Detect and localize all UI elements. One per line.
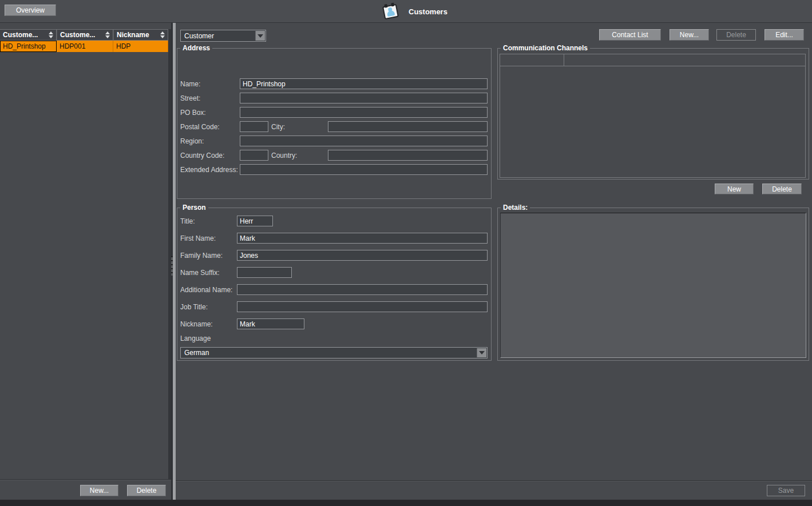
city-label: City: xyxy=(268,123,328,131)
po-box-label: PO Box: xyxy=(180,109,240,117)
delete-customer-button[interactable]: Delete xyxy=(716,29,756,41)
customers-window: Overview Customers Custome... Custome... xyxy=(0,0,812,506)
country-field[interactable] xyxy=(328,150,488,161)
customer-row-selected[interactable]: HD_Printshop HDP001 HDP xyxy=(0,41,168,52)
additional-name-label: Additional Name: xyxy=(180,286,237,294)
record-type-dropdown[interactable]: Customer xyxy=(180,30,266,42)
address-group: Address Name: Street: PO Box: Postal Cod… xyxy=(177,48,492,199)
title-label: Title: xyxy=(180,217,237,225)
contact-list-button[interactable]: Contact List xyxy=(599,29,661,41)
postal-code-label: Postal Code: xyxy=(180,123,240,131)
additional-name-field[interactable] xyxy=(237,284,488,295)
column-header-customer-name[interactable]: Custome... xyxy=(0,30,57,40)
title-area: Customers xyxy=(382,0,447,23)
person-group-title: Person xyxy=(180,204,208,212)
name-suffix-field[interactable] xyxy=(237,267,292,278)
language-label: Language xyxy=(180,334,237,342)
window-bottom-edge xyxy=(0,500,812,506)
region-field[interactable] xyxy=(240,136,488,146)
channel-value-column-header[interactable] xyxy=(564,54,805,66)
communication-channels-table[interactable] xyxy=(500,54,806,178)
country-label: Country: xyxy=(268,152,328,160)
new-list-entry-button[interactable]: New... xyxy=(80,485,118,496)
column-label: Custome... xyxy=(60,31,95,39)
sort-icon xyxy=(160,31,165,38)
family-name-label: Family Name: xyxy=(180,252,237,260)
name-suffix-label: Name Suffix: xyxy=(180,269,237,277)
cell-customer-number[interactable]: HDP001 xyxy=(57,41,113,52)
column-label: Custome... xyxy=(3,31,38,39)
details-group: Details: xyxy=(497,208,809,361)
edit-customer-button[interactable]: Edit... xyxy=(765,29,804,41)
column-header-nickname[interactable]: Nickname xyxy=(113,30,168,40)
splitter-grip-icon[interactable] xyxy=(171,256,173,276)
cell-customer-name[interactable]: HD_Printshop xyxy=(0,41,57,52)
save-button[interactable]: Save xyxy=(767,485,805,496)
customers-badge-icon xyxy=(382,2,399,21)
dropdown-arrow-icon[interactable] xyxy=(477,348,486,357)
title-field[interactable] xyxy=(237,216,273,226)
job-title-label: Job Title: xyxy=(180,303,237,311)
name-label: Name: xyxy=(180,80,240,88)
country-code-field[interactable] xyxy=(240,150,268,161)
address-group-title: Address xyxy=(180,44,212,52)
new-channel-button[interactable]: New xyxy=(715,184,754,194)
name-field[interactable] xyxy=(240,78,488,89)
first-name-label: First Name: xyxy=(180,234,237,242)
details-group-title: Details: xyxy=(501,204,530,212)
street-label: Street: xyxy=(180,94,240,102)
family-name-field[interactable] xyxy=(237,250,488,261)
page-title: Customers xyxy=(409,7,447,16)
job-title-field[interactable] xyxy=(237,301,488,312)
extended-address-label: Extended Address: xyxy=(180,166,240,174)
communication-channels-table-header xyxy=(500,54,805,66)
street-field[interactable] xyxy=(240,93,488,103)
dropdown-arrow-icon[interactable] xyxy=(255,31,265,41)
column-header-customer-number[interactable]: Custome... xyxy=(57,30,113,40)
nickname-field[interactable] xyxy=(237,318,304,329)
delete-channel-button[interactable]: Delete xyxy=(762,184,802,194)
language-dropdown[interactable]: German xyxy=(180,347,488,358)
delete-list-entry-button[interactable]: Delete xyxy=(127,485,166,496)
communication-channels-group: Communication Channels xyxy=(497,48,809,180)
record-type-value: Customer xyxy=(184,32,214,40)
sort-icon xyxy=(105,31,110,38)
region-label: Region: xyxy=(180,137,240,145)
customer-list-table: Custome... Custome... Nickname HD_Prints… xyxy=(0,29,168,52)
new-customer-button[interactable]: New... xyxy=(670,29,709,41)
right-footer-separator xyxy=(176,480,812,481)
po-box-field[interactable] xyxy=(240,107,488,118)
communication-channels-title: Communication Channels xyxy=(501,44,590,52)
cell-nickname[interactable]: HDP xyxy=(113,41,168,52)
city-field[interactable] xyxy=(328,121,488,132)
person-group: Person Title: First Name: Family Name: N… xyxy=(177,208,492,361)
overview-button[interactable]: Overview xyxy=(5,5,56,16)
language-value: German xyxy=(184,349,209,357)
top-bar: Overview Customers xyxy=(0,0,812,23)
panel-splitter[interactable] xyxy=(171,23,176,500)
customer-table-header: Custome... Custome... Nickname xyxy=(0,29,168,41)
details-textarea[interactable] xyxy=(500,213,806,358)
column-label: Nickname xyxy=(117,31,149,39)
first-name-field[interactable] xyxy=(237,233,488,244)
nickname-label: Nickname: xyxy=(180,320,237,328)
postal-code-field[interactable] xyxy=(240,121,268,132)
left-footer-separator xyxy=(0,479,171,480)
extended-address-field[interactable] xyxy=(240,164,488,175)
country-code-label: Country Code: xyxy=(180,152,240,160)
channel-type-column-header[interactable] xyxy=(500,54,564,66)
sort-icon xyxy=(49,31,53,38)
